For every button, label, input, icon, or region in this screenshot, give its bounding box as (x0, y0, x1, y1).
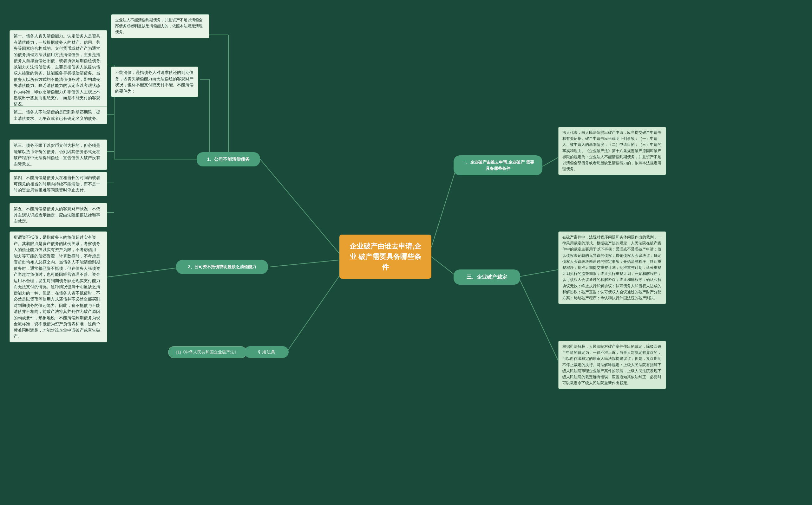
law-node: 引用法条 (244, 346, 289, 358)
right-node-2: 在破产案件中，法院对程序问题和实体问题作出的裁判，一律采用裁定的形式。根据破产法… (558, 231, 666, 304)
center-node: 企业破产由谁去申请,企业 破产需要具备哪些条件 (340, 234, 431, 279)
svg-line-15 (105, 267, 184, 278)
svg-line-17 (431, 257, 457, 277)
left-node-3: 不能清偿，是指债务人对请求偿还的到期债务，因丧失清偿能力而无法偿还的客观财产状况… (111, 66, 198, 97)
svg-line-13 (260, 159, 340, 254)
main-node-2: 2、公司资不抵债或明显缺乏清偿能力 (176, 260, 268, 274)
mind-map: 企业法人不能清偿到期债务，并且资产不足以清偿全部债务或者明显缺乏清偿能力的，依照… (0, 0, 812, 505)
svg-line-14 (270, 260, 340, 267)
svg-line-20 (520, 281, 565, 374)
left-node-7: 所谓资不抵债，是指债务人的负债超过实有资产。其着眼点是资产债务的比例关系，考察债… (9, 231, 107, 342)
left-node-4: 第三、债务不限于以货币支付为标的，但必须是能够以货币评价的债务。否则因其债务形式… (9, 140, 107, 170)
main-node-1: 1、公司不能清偿债务 (197, 152, 260, 166)
top-requirement-node: 企业法人不能清偿到期债务，并且资产不足以清偿全部债务或者明显缺乏清偿能力的，依照… (111, 14, 209, 38)
left-node-6: 第五、不能清偿指债务人的客观财产状况，不依其主观认识或表示确定，应由法院根据法律… (9, 203, 107, 227)
left-node-2: 第二、债务人不能清偿的是已到到期还期限，提出清偿要求、无争议或者已有确定名义的债… (9, 106, 107, 124)
svg-line-19 (520, 269, 565, 277)
svg-line-22 (285, 276, 340, 354)
left-node-1: 第一、债务人丧失清偿能力。认定债务人是否具有清偿能力，一般根据债务人的财产、信用… (9, 30, 107, 110)
main-node-4: 三、企业破产裁定 (453, 270, 520, 285)
right-node-1: 法人代表，向人民法院提出破产申请，应当提交破产申请书和有关证据。破产申请书应当载… (558, 127, 666, 175)
left-node-5: 第四、不能清偿是债务人在相当长的时间内或者可预见的相当的时期内持续不能清偿，而不… (9, 172, 107, 196)
right-node-3: 根据司法解释，人民法院对破产案件作出的裁定，除驳回破产申请的裁定为：一律不准上诉… (558, 341, 666, 389)
svg-line-16 (431, 166, 457, 247)
main-node-3: 一、企业破产由谁去申请,企业破产 需要具备哪些条件 (453, 155, 542, 175)
law-ref-node: [1]《中华人民共和国企业破产法》 (168, 346, 247, 358)
